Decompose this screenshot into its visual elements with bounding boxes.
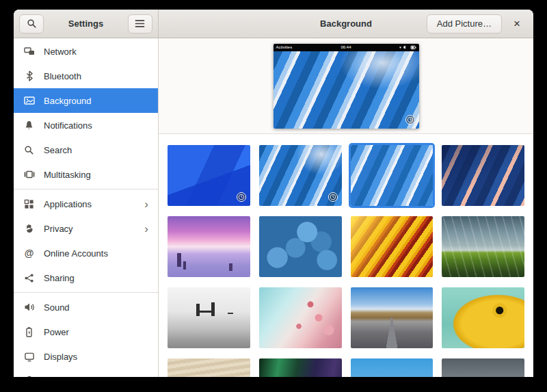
chevron-right-icon: › bbox=[144, 198, 151, 210]
clock-badge-icon bbox=[237, 192, 246, 202]
preview-topbar: 06:44 Activities bbox=[274, 44, 419, 51]
sidebar-item-label: Displays bbox=[44, 352, 151, 362]
sidebar-separator bbox=[14, 189, 158, 190]
bluetooth-icon bbox=[23, 70, 35, 82]
sidebar-item-label: Sound bbox=[44, 302, 151, 313]
wallpaper-grid bbox=[168, 145, 524, 377]
wallpaper-thumbnail[interactable] bbox=[442, 145, 524, 206]
sidebar-item-privacy[interactable]: Privacy › bbox=[14, 216, 158, 241]
sidebar-item-power[interactable]: Power bbox=[14, 319, 158, 344]
preview-clock: 06:44 bbox=[274, 45, 419, 49]
sidebar-item-label: Applications bbox=[44, 199, 135, 209]
preview-wallpaper bbox=[274, 51, 419, 129]
sidebar-item-sound[interactable]: Sound bbox=[14, 295, 158, 319]
display-icon bbox=[23, 351, 35, 363]
preview-section: 06:44 Activities bbox=[159, 38, 533, 134]
add-picture-button[interactable]: Add Picture… bbox=[427, 14, 502, 34]
wallpaper-thumbnail[interactable] bbox=[351, 145, 433, 206]
sidebar-item-label: Multitasking bbox=[44, 170, 151, 180]
sidebar-item-applications[interactable]: Applications › bbox=[14, 192, 158, 216]
sidebar-item-label: Background bbox=[44, 96, 151, 106]
wallpaper-thumbnail[interactable] bbox=[351, 358, 433, 377]
wallpaper-thumbnail[interactable] bbox=[351, 287, 433, 348]
multitasking-icon bbox=[23, 169, 35, 181]
preview-activities-label: Activities bbox=[276, 45, 293, 49]
wallpaper-thumbnail[interactable] bbox=[259, 358, 342, 377]
sidebar-item-background[interactable]: Background bbox=[14, 88, 158, 113]
sidebar-item-displays[interactable]: Displays bbox=[14, 344, 158, 369]
desktop-preview: 06:44 Activities bbox=[274, 44, 419, 129]
wallpaper-thumbnail[interactable] bbox=[259, 216, 342, 277]
wallpaper-thumbnail[interactable] bbox=[168, 287, 250, 348]
sidebar-item-label: Privacy bbox=[44, 224, 135, 234]
wifi-volume-battery-icons bbox=[399, 45, 416, 50]
settings-title: Settings bbox=[68, 18, 103, 29]
sidebar-item-label: Search bbox=[44, 145, 151, 155]
wallpaper-thumbnail[interactable] bbox=[168, 145, 250, 206]
background-icon bbox=[23, 95, 35, 107]
wallpaper-thumbnail[interactable] bbox=[259, 287, 342, 348]
settings-window: Settings Background Add Picture… × Netwo… bbox=[14, 10, 533, 377]
sidebar-item-label: Power bbox=[44, 327, 151, 337]
mouse-icon bbox=[23, 376, 35, 378]
window-body: Network Bluetooth Background Notificatio… bbox=[14, 38, 533, 377]
sidebar-item-label: Network bbox=[44, 47, 151, 57]
sidebar-item-bluetooth[interactable]: Bluetooth bbox=[14, 64, 158, 88]
battery-icon bbox=[23, 326, 35, 338]
search-button[interactable] bbox=[19, 14, 44, 34]
headerbar: Settings Background Add Picture… × bbox=[14, 10, 533, 38]
sidebar-item-network[interactable]: Network bbox=[14, 39, 158, 64]
sidebar-item-search[interactable]: Search bbox=[14, 138, 158, 162]
wallpaper-thumbnail[interactable] bbox=[168, 358, 250, 377]
sidebar-item-multitasking[interactable]: Multitasking bbox=[14, 162, 158, 187]
clock-badge-icon bbox=[328, 192, 338, 202]
wallpaper-thumbnail[interactable] bbox=[351, 216, 433, 277]
wallpaper-thumbnail[interactable] bbox=[168, 216, 250, 277]
sidebar-item-label: Sharing bbox=[44, 273, 151, 283]
background-panel: 06:44 Activities bbox=[159, 38, 533, 377]
sidebar: Network Bluetooth Background Notificatio… bbox=[14, 38, 159, 377]
sidebar-item-label: Notifications bbox=[44, 120, 151, 131]
chevron-right-icon: › bbox=[144, 223, 151, 235]
content-header: Background Add Picture… × bbox=[159, 10, 533, 38]
search-icon bbox=[23, 144, 35, 156]
applications-icon bbox=[23, 198, 35, 210]
page-title: Background bbox=[320, 18, 372, 29]
sidebar-item-label: Mouse & Touchpad bbox=[44, 376, 151, 378]
close-icon: × bbox=[513, 17, 520, 31]
sidebar-item-sharing[interactable]: Sharing bbox=[14, 265, 158, 290]
sidebar-item-label: Online Accounts bbox=[44, 248, 151, 259]
wallpaper-grid-section bbox=[159, 134, 533, 377]
sidebar-item-label: Bluetooth bbox=[44, 71, 151, 81]
wallpaper-thumbnail[interactable] bbox=[442, 287, 524, 348]
search-icon bbox=[27, 18, 37, 29]
sidebar-item-mouse-touchpad[interactable]: Mouse & Touchpad bbox=[14, 369, 158, 377]
bell-icon bbox=[23, 120, 35, 131]
wallpaper-thumbnail[interactable] bbox=[442, 216, 524, 277]
sidebar-item-notifications[interactable]: Notifications bbox=[14, 113, 158, 138]
hamburger-menu-icon bbox=[135, 19, 145, 28]
sidebar-header: Settings bbox=[14, 10, 159, 38]
clock-badge-icon bbox=[405, 115, 415, 125]
network-icon bbox=[23, 46, 35, 57]
close-window-button[interactable]: × bbox=[509, 16, 525, 32]
at-icon: @ bbox=[23, 248, 35, 259]
share-icon bbox=[23, 272, 35, 284]
speaker-icon bbox=[23, 302, 35, 313]
sidebar-item-online-accounts[interactable]: @ Online Accounts bbox=[14, 241, 158, 265]
wallpaper-thumbnail[interactable] bbox=[442, 358, 524, 377]
preview-status-icons bbox=[399, 45, 416, 50]
wallpaper-thumbnail[interactable] bbox=[259, 145, 342, 206]
sidebar-separator bbox=[14, 292, 158, 293]
primary-menu-button[interactable] bbox=[128, 14, 152, 34]
hand-icon bbox=[23, 223, 35, 235]
